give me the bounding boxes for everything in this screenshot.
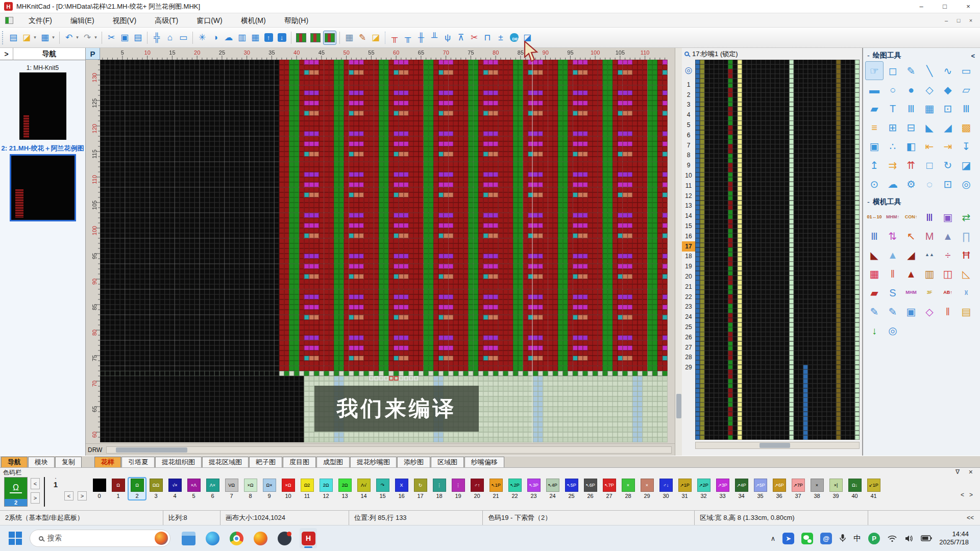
mtool-overlap-frames[interactable]: ◫ — [939, 264, 957, 283]
tool-fill-bucket-2[interactable]: ◢ — [939, 118, 957, 137]
select-area-button[interactable]: ▭ — [177, 31, 189, 45]
tool-rect-outline[interactable]: ▭ — [957, 61, 975, 80]
upload-button[interactable]: ↑ — [262, 31, 275, 45]
mtool-yarn-bag[interactable]: ▲ — [939, 227, 957, 245]
mtool-red-bars-2[interactable]: ‖ — [939, 302, 957, 321]
yarn-row-number[interactable]: 18 — [682, 252, 695, 262]
color-swatch[interactable]: ↗4P 34 — [732, 477, 751, 500]
tool-blocks-2x3[interactable]: ⊟ — [902, 118, 920, 137]
mtool-dart-2[interactable]: ✎ — [884, 302, 902, 321]
fit-view-button[interactable]: ⌂ — [164, 31, 176, 45]
color-swatch[interactable]: ×Ω 10 — [279, 477, 298, 500]
tray-expand-icon[interactable]: ∧ — [771, 535, 776, 542]
tool-ellipse-filled[interactable]: ● — [902, 80, 920, 99]
tab-module[interactable]: 模块 — [28, 457, 55, 467]
color-swatch[interactable]: X 16 — [392, 477, 411, 500]
tool-frame-square[interactable]: □ — [920, 156, 939, 174]
yarn-row-number[interactable]: 6 — [682, 130, 695, 140]
tool-polygon-outline[interactable]: ▱ — [957, 80, 975, 99]
swatch-next-button[interactable]: > — [31, 492, 40, 504]
mtool-stripe-slant[interactable]: ▰ — [865, 283, 884, 302]
current-color-swatch[interactable]: Ω 2 — [4, 477, 28, 507]
sep[interactable] — [385, 32, 385, 44]
needle-transfer-3-button[interactable]: ╨ — [428, 31, 440, 45]
taskbar-app-explorer[interactable] — [180, 528, 197, 548]
adjust-tool-button[interactable]: ± — [495, 31, 507, 45]
yarn-row-number[interactable]: 12 — [682, 191, 695, 201]
tray-key-icon[interactable]: P — [868, 533, 880, 544]
mtool-swap-blocks[interactable]: ⇄ — [957, 208, 975, 227]
tab-intarsia[interactable]: 引塔夏 — [121, 457, 155, 467]
set-prev-button[interactable]: < — [64, 491, 74, 500]
tab-pattern[interactable]: 花样 — [94, 457, 121, 467]
mtool-needle-01-10[interactable]: 01↔10 — [865, 208, 884, 227]
color-swatch[interactable]: ↷ 15 — [373, 477, 392, 500]
color-swatch[interactable]: ↗5P 35 — [751, 477, 770, 500]
color-swatch[interactable]: × 29 — [638, 477, 656, 500]
dec-badge-button[interactable]: DEC — [508, 31, 520, 45]
taskbar-search[interactable]: 搜索 — [30, 530, 170, 547]
mtool-red-bars[interactable]: ‖ — [884, 264, 902, 283]
pin-icon[interactable]: ∇ — [955, 468, 960, 475]
tool-h-bars[interactable]: ≡ — [865, 118, 884, 137]
mtool-ab-up[interactable]: AB↑ — [939, 283, 957, 302]
minimize-button[interactable]: – — [910, 0, 933, 13]
tool-target-rings[interactable]: ◎ — [957, 174, 975, 193]
tool-text[interactable]: T — [884, 99, 902, 118]
copy-button[interactable]: ▣ — [118, 31, 131, 45]
color-swatch[interactable]: ↗6P 36 — [770, 477, 789, 500]
tab-yarn-offset[interactable]: 纱嘴偏移 — [464, 457, 504, 467]
download-button[interactable]: ↓ — [276, 31, 288, 45]
yarn-row-number[interactable]: 16 — [682, 231, 695, 241]
invert-button[interactable]: ◑ — [209, 31, 222, 45]
color-swatch[interactable]: ↖6P 26 — [581, 477, 600, 500]
tab-copy[interactable]: 复制 — [55, 457, 82, 467]
color-swatch[interactable]: Λ× 6 — [203, 477, 222, 500]
yarn-row-number[interactable]: 3 — [682, 100, 695, 110]
tool-fill-pattern[interactable]: ▣ — [865, 137, 884, 156]
color-swatch[interactable]: ♂↓ 30 — [656, 477, 675, 500]
color-swatch[interactable]: √× 4 — [165, 477, 184, 500]
collapse-dash-icon[interactable]: - — [867, 52, 870, 60]
color-swatch[interactable]: ↗1P 31 — [675, 477, 694, 500]
yarn-row-number[interactable]: 24 — [682, 312, 695, 322]
child-minimize-button[interactable]: – — [940, 15, 952, 26]
wifi-icon[interactable] — [887, 535, 897, 542]
color-swatch[interactable]: ↙1P 41 — [864, 477, 883, 500]
color-swatch[interactable]: Λ√ 14 — [354, 477, 373, 500]
color-swatch[interactable]: ↖7P 27 — [600, 477, 619, 500]
undo-button[interactable]: ↶ — [63, 31, 75, 45]
tool-delete-row[interactable]: ⇈ — [902, 156, 920, 174]
color-swatch[interactable]: ↖2P 22 — [505, 477, 524, 500]
pattern-thumbnail[interactable]: 2: 21.MH-绞花＋阿兰花例图 — [0, 144, 85, 221]
yarn-row-number[interactable]: 22 — [682, 292, 695, 302]
tool-grid-blocks[interactable]: ▦ — [920, 99, 939, 118]
tab-rake[interactable]: 耙子图 — [249, 457, 282, 467]
tool-insert-row-down[interactable]: ↧ — [957, 137, 975, 156]
mtool-red-weave[interactable]: ▦ — [865, 264, 884, 283]
yarn-row-number[interactable]: 21 — [682, 282, 695, 292]
tab-navigation[interactable]: 导航 — [1, 457, 28, 467]
yarn-row-number[interactable]: 20 — [682, 271, 695, 282]
yarn-row-number[interactable]: 2 — [682, 90, 695, 100]
palette-button[interactable]: ✳ — [196, 31, 208, 45]
start-button[interactable] — [8, 531, 22, 545]
tool-find-gear[interactable]: ⚙ — [902, 174, 920, 193]
wechat-icon[interactable] — [801, 533, 813, 544]
volume-icon[interactable] — [904, 535, 914, 542]
yarn-row-number[interactable]: 27 — [682, 342, 695, 353]
tab-jacquard-structure[interactable]: 提花组织图 — [155, 457, 202, 467]
tool-fill-bucket[interactable]: ◣ — [920, 118, 939, 137]
color-swatch[interactable]: ⋮ 18 — [430, 477, 449, 500]
tab-plating[interactable]: 添纱图 — [397, 457, 430, 467]
yarn-grid-canvas[interactable] — [695, 60, 860, 440]
taskbar-app-chrome[interactable] — [228, 528, 245, 548]
tool-delete-col[interactable]: ⇉ — [884, 156, 902, 174]
tool-insert-col-right[interactable]: ⇥ — [939, 137, 957, 156]
mtool-dart-1[interactable]: ✎ — [865, 302, 884, 321]
ime-indicator[interactable]: 中 — [853, 534, 861, 543]
color-swatch[interactable]: 0 — [90, 477, 109, 500]
swatch-page-next[interactable]: > — [969, 491, 973, 498]
yarn-row-number[interactable]: 8 — [682, 151, 695, 161]
tab-jacquard-region[interactable]: 提花区域图 — [202, 457, 249, 467]
